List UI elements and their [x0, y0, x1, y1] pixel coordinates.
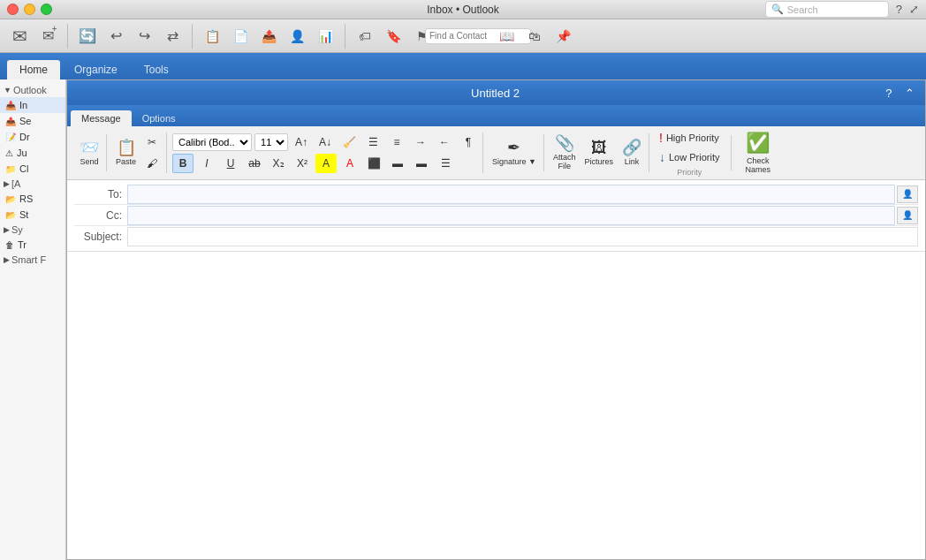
strikethrough-button[interactable]: ab [244, 154, 265, 173]
underline-button[interactable]: U [220, 154, 241, 173]
low-priority-button[interactable]: ↓ Low Priority [655, 148, 724, 166]
help-icon[interactable]: ? [896, 3, 902, 16]
paragraph-button[interactable]: ¶ [458, 132, 479, 152]
title-bar-right: 🔍 Search ? ⤢ [765, 1, 919, 18]
font-grow-button[interactable]: A↑ [291, 132, 312, 152]
clutter-icon: 📁 [5, 164, 16, 174]
font-color-button[interactable]: A [339, 154, 361, 173]
sidebar-item-st[interactable]: 📂 St [0, 207, 65, 223]
st-label: St [19, 209, 28, 220]
sidebar-header-label: Outlook [13, 85, 47, 95]
forward-button[interactable]: ↪ [132, 24, 156, 49]
drafts-label: Dr [19, 132, 30, 142]
cc-input[interactable] [127, 206, 895, 225]
toolbar-icon-6[interactable]: 👤 [285, 24, 309, 49]
format-painter-button[interactable]: 🖌 [141, 154, 163, 173]
sidebar-group-a[interactable]: ▶ [A [0, 177, 65, 191]
subscript-button[interactable]: X₂ [268, 154, 289, 173]
sidebar-item-tr[interactable]: 🗑 Tr [0, 237, 65, 253]
font-size-select[interactable]: 11 [254, 133, 288, 151]
paste-button[interactable]: 📋 Paste [112, 134, 140, 171]
sidebar-item-sent[interactable]: 📤 Se [0, 113, 65, 129]
to-label: To: [74, 188, 127, 201]
compose-tab-message[interactable]: Message [71, 110, 132, 126]
new-item-button[interactable]: ✉+ [35, 24, 60, 49]
cc-label: Cc: [74, 209, 127, 222]
align-left-button[interactable]: ⬛ [363, 154, 384, 173]
divider-priority [731, 135, 732, 170]
toolbar-icon-8[interactable]: 🏷 [353, 24, 377, 49]
clear-format-button[interactable]: 🧹 [338, 132, 360, 152]
align-right-button[interactable]: ▬ [411, 154, 432, 173]
sidebar-item-clutter[interactable]: 📁 Cl [0, 161, 65, 177]
compose-collapse-button[interactable]: ⌃ [902, 85, 918, 101]
sidebar-item-junk[interactable]: ⚠ Ju [0, 145, 65, 161]
back-button[interactable]: ↩ [103, 24, 128, 49]
tab-organize[interactable]: Organize [62, 60, 130, 79]
pictures-button[interactable]: 🖼 Pictures [581, 134, 617, 171]
window-title: Inbox • Outlook [427, 4, 499, 16]
bullets-button[interactable]: ☰ [362, 132, 383, 152]
find-contact-button[interactable] [466, 24, 490, 49]
chevron-right-icon-sy: ▶ [4, 225, 10, 234]
fullscreen-icon[interactable]: ⤢ [909, 3, 919, 16]
superscript-button[interactable]: X² [292, 154, 313, 173]
toolbar-icon-13[interactable]: 🛍 [522, 24, 547, 49]
folder-icon-rs: 📂 [5, 194, 16, 204]
font-shrink-button[interactable]: A↓ [315, 132, 336, 152]
high-priority-button[interactable]: ! High Priority [655, 129, 724, 147]
cut-button[interactable]: ✂ [141, 132, 163, 152]
check-names-label: CheckNames [745, 156, 770, 174]
sync-button[interactable]: 🔄 [75, 24, 100, 49]
tab-home[interactable]: Home [7, 60, 60, 79]
compose-help-button[interactable]: ? [881, 85, 897, 101]
attach-file-button[interactable]: 📎 AttachFile [550, 133, 580, 172]
bold-button[interactable]: B [172, 154, 194, 173]
subject-input[interactable] [127, 227, 918, 246]
italic-button[interactable]: I [196, 154, 217, 173]
search-bar[interactable]: 🔍 Search [765, 1, 889, 18]
sidebar-smart-folders[interactable]: ▶ Smart F [0, 253, 65, 267]
toolbar-icon-5[interactable]: 📤 [256, 24, 281, 49]
justify-button[interactable]: ☰ [435, 154, 456, 173]
toolbar-icon-7[interactable]: 📊 [313, 24, 338, 49]
junk-label: Ju [17, 148, 27, 158]
sidebar-group-sy[interactable]: ▶ Sy [0, 223, 65, 237]
action1-button[interactable]: ⇄ [160, 24, 185, 49]
signature-icon: ✒ [507, 140, 520, 155]
link-button[interactable]: 🔗 Link [619, 134, 645, 171]
close-button[interactable] [7, 4, 19, 15]
pictures-icon: 🖼 [591, 140, 607, 155]
toolbar-icon-3[interactable]: 📋 [200, 24, 224, 49]
signature-button[interactable]: ✒ Signature ▼ [489, 134, 540, 171]
new-email-button[interactable]: ✉ [7, 24, 32, 49]
sidebar-item-rs[interactable]: 📂 RS [0, 191, 65, 207]
sidebar-group-a-label: [A [11, 178, 20, 189]
compose-tab-options[interactable]: Options [132, 110, 186, 126]
high-priority-label: High Priority [666, 132, 719, 143]
minimize-button[interactable] [24, 4, 35, 15]
toolbar-icon-9[interactable]: 🔖 [381, 24, 406, 49]
to-contacts-button[interactable]: 👤 [897, 185, 918, 203]
toolbar-icon-14[interactable]: 📌 [550, 24, 575, 49]
text-highlight-button[interactable]: A [315, 154, 337, 173]
indent-less-button[interactable]: ← [434, 132, 455, 152]
cc-contacts-button[interactable]: 👤 [897, 207, 918, 224]
toolbar-icon-12[interactable]: 📖 [494, 24, 519, 49]
paste-group: 📋 Paste ✂ 🖌 [109, 132, 167, 173]
sidebar-item-drafts[interactable]: 📝 Dr [0, 129, 65, 145]
maximize-button[interactable] [41, 4, 52, 15]
align-center-button[interactable]: ▬ [387, 154, 408, 173]
compose-body[interactable] [67, 252, 925, 559]
numbering-button[interactable]: ≡ [386, 132, 407, 152]
tab-tools[interactable]: Tools [132, 60, 181, 79]
subject-row: Subject: [74, 226, 918, 247]
toolbar-icon-4[interactable]: 📄 [228, 24, 253, 49]
send-button[interactable]: 📨 Send [76, 134, 102, 171]
to-input[interactable] [127, 185, 895, 204]
sidebar-item-inbox[interactable]: 📥 In [0, 97, 65, 113]
rs-label: RS [19, 193, 33, 204]
indent-more-button[interactable]: → [410, 132, 431, 152]
check-names-button[interactable]: ✅ CheckNames [739, 129, 777, 177]
font-name-select[interactable]: Calibri (Bod... [172, 133, 252, 151]
